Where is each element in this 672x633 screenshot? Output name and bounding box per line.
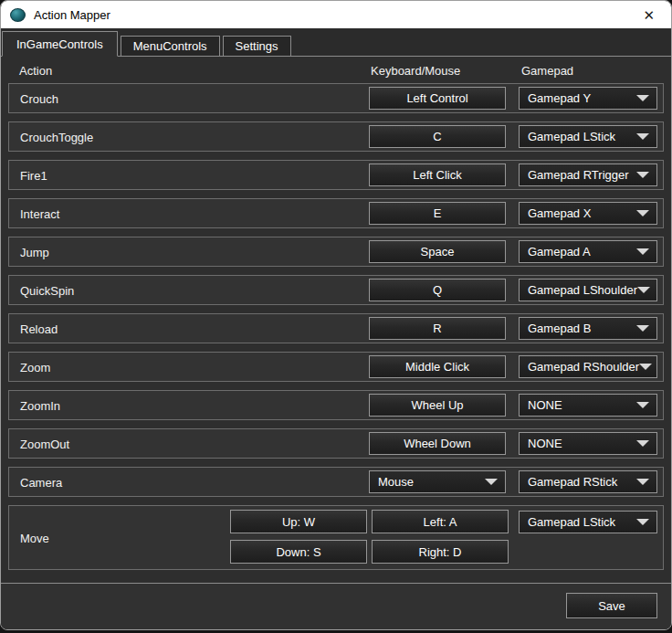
window-title: Action Mapper [34,8,110,22]
action-row-crouch: CrouchLeft ControlGamepad Y [8,83,664,113]
keyboard-binding-slot: Left Click [369,164,506,186]
action-row-interact: InteractEGamepad X [8,198,664,228]
gamepad-binding-slot: Gamepad A [519,240,657,263]
dropdown-arrow-icon [639,364,652,370]
move-binding-button-3[interactable]: Right: D [372,540,509,564]
action-label: Move [20,531,49,544]
dropdown-arrow-icon [485,479,498,485]
gamepad-binding-select[interactable]: Gamepad A [519,240,657,263]
gamepad-binding-select[interactable]: Gamepad RStick [519,470,657,493]
gamepad-binding-slot: Gamepad RShoulder [519,355,657,378]
keyboard-binding-slot: Mouse [369,470,506,493]
gamepad-binding-select[interactable]: Gamepad LShoulder [519,279,657,301]
keyboard-binding-slot: Wheel Up [369,394,506,417]
save-button[interactable]: Save [566,593,657,618]
action-row-move: MoveUp: WLeft: ADown: SRight: DGamepad L… [8,505,664,570]
gamepad-binding-slot: Gamepad LStick [519,511,657,533]
dropdown-arrow-icon [636,440,649,447]
move-binding-button-0[interactable]: Up: W [230,510,367,533]
action-label: Camera [20,475,62,489]
keyboard-binding-button[interactable]: C [369,125,506,148]
tab-label: MenuControls [133,39,207,53]
gamepad-binding-slot: Gamepad RTrigger [519,164,657,186]
gamepad-binding-select[interactable]: Gamepad LStick [519,511,657,533]
keyboard-binding-button[interactable]: Left Control [369,87,506,110]
dropdown-arrow-icon [636,172,649,178]
action-label: ZoomOut [20,437,69,450]
action-row-zoomout: ZoomOutWheel DownNONE [8,428,664,459]
action-label: Crouch [20,91,58,105]
grid-header: Action Keyboard/Mouse Gamepad [1,57,671,83]
keyboard-binding-button[interactable]: Space [369,240,506,263]
gamepad-binding-select-value: Gamepad Y [528,91,591,105]
app-icon [10,8,26,22]
gamepad-binding-select-value: Gamepad A [528,245,591,258]
action-row-jump: JumpSpaceGamepad A [8,237,664,267]
tab-strip: InGameControls MenuControls Settings [1,28,671,57]
gamepad-binding-select-value: NONE [528,437,562,450]
gamepad-binding-select[interactable]: Gamepad RShoulder [519,355,657,378]
action-label: Jump [20,245,49,258]
gamepad-binding-select-value: Gamepad LShoulder [528,283,637,297]
dropdown-arrow-icon [636,325,649,332]
gamepad-binding-select[interactable]: NONE [519,432,657,455]
gamepad-binding-select-value: Gamepad LStick [528,515,615,529]
dropdown-arrow-icon [636,479,649,485]
gamepad-binding-select-value: Gamepad B [528,322,591,335]
gamepad-binding-select-value: Gamepad X [528,206,591,220]
keyboard-binding-button[interactable]: Wheel Down [369,432,506,455]
keyboard-binding-slot: Q [369,279,506,301]
tab-settings[interactable]: Settings [223,36,291,56]
keyboard-binding-button[interactable]: Wheel Up [369,394,506,417]
keyboard-binding-button[interactable]: E [369,202,506,225]
action-label: Zoom [20,360,50,374]
gamepad-binding-select[interactable]: Gamepad Y [519,87,657,110]
close-icon[interactable]: ✕ [635,6,662,24]
tab-label: Settings [236,39,278,53]
tab-ingamecontrols[interactable]: InGameControls [2,31,118,57]
keyboard-binding-button[interactable]: R [369,317,506,340]
move-binding-grid: Up: WLeft: ADown: SRight: D [226,510,516,566]
keyboard-binding-slot: R [369,317,506,340]
gamepad-binding-select[interactable]: Gamepad B [519,317,657,340]
dropdown-arrow-icon [636,519,649,525]
keyboard-binding-button[interactable]: Left Click [369,164,506,186]
action-row-zoomin: ZoomInWheel UpNONE [8,390,664,420]
gamepad-binding-slot: NONE [519,432,657,455]
action-label: Interact [20,206,59,220]
dropdown-arrow-icon [636,402,649,408]
move-binding-button-2[interactable]: Down: S [230,540,367,564]
action-label: Reload [20,322,58,335]
gamepad-binding-slot: Gamepad B [519,317,657,340]
gamepad-binding-slot: Gamepad LStick [519,125,657,148]
gamepad-binding-select-value: Gamepad RShoulder [528,360,639,374]
gamepad-binding-select[interactable]: NONE [519,394,657,417]
gamepad-binding-select[interactable]: Gamepad RTrigger [519,164,657,186]
gamepad-binding-select-value: Gamepad RTrigger [528,168,629,182]
keyboard-binding-slot: Wheel Down [369,432,506,455]
action-row-camera: CameraMouseGamepad RStick [8,467,664,497]
gamepad-binding-slot: NONE [519,394,657,417]
column-header-keyboard: Keyboard/Mouse [371,64,460,78]
tab-menucontrols[interactable]: MenuControls [121,36,220,56]
gamepad-binding-select[interactable]: Gamepad LStick [519,125,657,148]
binding-rows: CrouchLeft ControlGamepad YCrouchToggleC… [1,83,671,578]
gamepad-binding-select-value: NONE [528,398,562,412]
app-window: Action Mapper ✕ InGameControls MenuContr… [0,0,672,630]
keyboard-binding-button[interactable]: Q [369,279,506,301]
gamepad-binding-slot: Gamepad RStick [519,470,657,493]
dropdown-arrow-icon [636,133,649,140]
tab-label: InGameControls [16,37,103,51]
keyboard-binding-button[interactable]: Middle Click [369,355,506,378]
dropdown-arrow-icon [636,95,649,101]
dropdown-arrow-icon [637,287,650,293]
gamepad-binding-slot: Gamepad X [519,202,657,225]
action-label: QuickSpin [20,283,74,297]
keyboard-binding-slot: Middle Click [369,355,506,378]
gamepad-binding-select-value: Gamepad LStick [528,130,615,143]
gamepad-binding-slot: Gamepad LShoulder [519,279,657,301]
move-binding-button-1[interactable]: Left: A [372,510,509,533]
action-label: CrouchToggle [20,130,93,143]
keyboard-binding-select[interactable]: Mouse [369,470,506,493]
gamepad-binding-select[interactable]: Gamepad X [519,202,657,225]
